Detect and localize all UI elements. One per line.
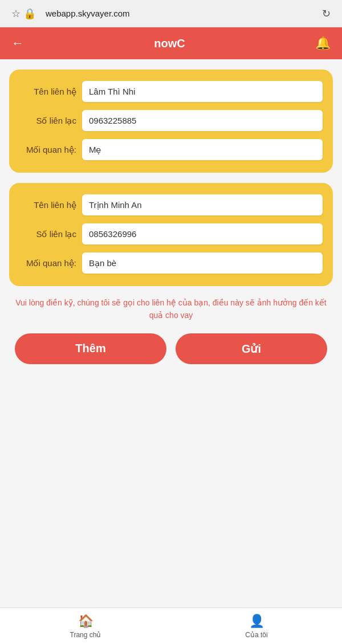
user-icon: 👤 [249,614,264,629]
nav-cua-toi[interactable]: 👤 Của tôi [171,608,342,644]
browser-bar: ☆ 🔒 webapp.skyvayer.com ↻ [0,0,342,27]
phone-input-1[interactable] [82,110,323,131]
phone-row-1: Số liên lạc [19,110,323,131]
page-title: nowC [154,37,185,50]
name-label-1: Tên liên hệ [19,87,82,97]
notice-text: Vui lòng điền kỹ, chúng tôi sẽ gọi cho l… [9,296,333,322]
phone-row-2: Số liên lạc [19,223,323,244]
relation-label-1: Mối quan hệ: [19,145,82,155]
name-row-1: Tên liên hệ [19,81,323,102]
star-icon[interactable]: ☆ [9,7,23,21]
name-input-1[interactable] [82,81,323,102]
relation-label-2: Mối quan hệ: [19,258,82,268]
relation-input-2[interactable] [82,252,323,274]
refresh-icon[interactable]: ↻ [319,7,333,21]
home-icon: 🏠 [78,614,93,629]
them-button[interactable]: Thêm [15,333,166,364]
nav-trang-chu[interactable]: 🏠 Trang chủ [0,608,171,644]
name-row-2: Tên liên hệ [19,194,323,215]
nav-cua-toi-label: Của tôi [245,631,267,639]
phone-input-2[interactable] [82,223,323,244]
browser-url[interactable]: webapp.skyvayer.com [36,0,319,27]
gui-button[interactable]: Gửi [176,333,327,364]
relation-row-1: Mối quan hệ: [19,139,323,160]
relation-row-2: Mối quan hệ: [19,252,323,274]
contact-card-1: Tên liên hệ Số liên lạc Mối quan hệ: [9,70,333,173]
bottom-nav: 🏠 Trang chủ 👤 Của tôi [0,608,342,644]
action-buttons: Thêm Gửi [9,333,333,364]
phone-label-1: Số liên lạc [19,116,82,126]
phone-label-2: Số liên lạc [19,229,82,239]
app-header: ← nowC 🔔 [0,27,342,59]
main-content: Tên liên hệ Số liên lạc Mối quan hệ: Tên… [0,59,342,608]
nav-trang-chu-label: Trang chủ [70,631,101,639]
name-label-2: Tên liên hệ [19,200,82,210]
relation-input-1[interactable] [82,139,323,160]
contact-card-2: Tên liên hệ Số liên lạc Mối quan hệ: [9,183,333,286]
name-input-2[interactable] [82,194,323,215]
bell-icon[interactable]: 🔔 [315,36,331,51]
back-button[interactable]: ← [11,36,24,51]
lock-icon: 🔒 [23,7,36,21]
